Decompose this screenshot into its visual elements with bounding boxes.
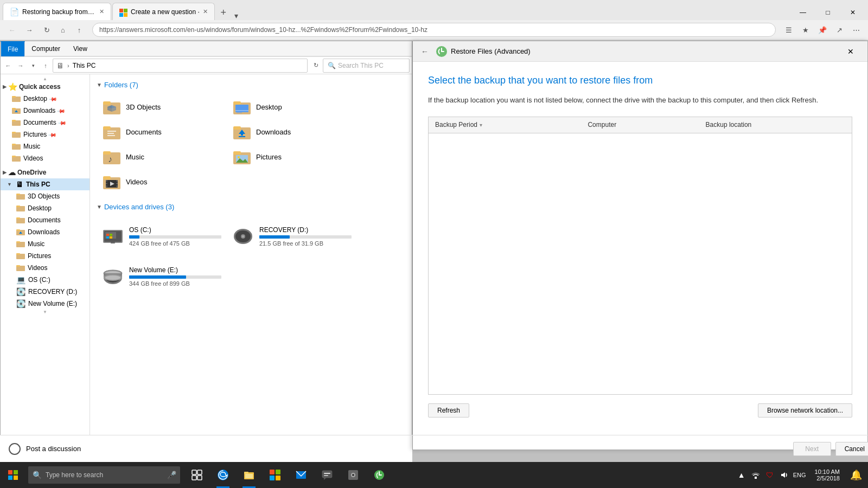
taskbar-fileexplorer[interactable] [237,462,261,488]
address-bar[interactable]: https://answers.microsoft.com/en-us/wind… [92,23,776,37]
sidebar-item-thispc[interactable]: ▼ 🖥 This PC [1,178,90,190]
taskbar-store[interactable] [263,462,288,488]
forward-button[interactable]: → [22,22,37,37]
drive-osc[interactable]: OS (C:) 424 GB free of 475 GB [97,216,227,256]
sidebar-item-videos[interactable]: Videos [1,152,90,164]
taskbar-taskview[interactable] [184,462,209,488]
col-computer[interactable]: Computer [581,121,699,129]
sidebar-item-docs2[interactable]: Documents [1,214,90,226]
sidebar-item-music2[interactable]: Music [1,238,90,250]
refresh-btn[interactable]: ↻ [39,22,54,37]
tray-show-hidden[interactable]: ▲ [736,469,748,481]
col-location[interactable]: Backup location [699,121,852,129]
folder-documents[interactable]: Documents [97,119,227,144]
sidebar-label-videos2: Videos [28,264,47,272]
tab-dropdown[interactable]: ▾ [232,11,240,20]
sidebar-item-osc[interactable]: 💻 OS (C:) [1,274,90,286]
notification-btn[interactable]: 🔔 [847,462,865,488]
home-btn[interactable]: ⌂ [55,22,71,37]
drives-section-header[interactable]: ▼ Devices and drives (3) [97,203,405,211]
nav-back[interactable]: ← [3,59,14,73]
refresh-button[interactable]: Refresh [428,403,469,418]
browser-maximize[interactable]: □ [815,5,840,20]
sidebar-item-downloads[interactable]: Downloads 📌 [1,105,90,117]
start-button[interactable] [0,462,26,488]
sidebar-section-quickaccess[interactable]: ▶ ⭐ Quick access [1,81,90,93]
tab-2-title: Create a new question · [131,8,200,16]
tray-lang[interactable]: ENG [792,469,807,481]
new-tab-button[interactable]: + [216,5,231,20]
sidebar-item-3dobjects[interactable]: 3D Objects [1,190,90,202]
folder-desktop[interactable]: Desktop [227,94,357,119]
next-button[interactable]: Next [793,442,831,456]
sidebar-label-pictures: Pictures [23,131,47,138]
browser-minimize[interactable]: — [790,5,815,20]
folder-3dobjects[interactable]: 3D Objects [97,94,227,119]
dialog-body: Select the backup that you want to resto… [413,62,867,435]
sidebar-item-newe[interactable]: 💽 New Volume (E:) [1,298,90,310]
mic-icon[interactable]: 🎤 [163,466,180,484]
taskbar-mail[interactable] [289,462,314,488]
tab-1[interactable]: 📄 Restoring backup from one ✕ [3,3,111,20]
taskbar-messaging[interactable] [315,462,340,488]
taskbar-time[interactable]: 10:10 AM 2/5/2018 [810,468,844,481]
sidebar-item-pictures2[interactable]: Pictures [1,250,90,262]
sidebar-item-music[interactable]: Music [1,140,90,152]
nav-recent[interactable]: ▾ [28,59,39,73]
svg-point-54 [238,156,240,158]
ribbon-tab-file[interactable]: File [1,41,25,56]
pin-icon-3: 📌 [58,118,67,127]
nav-forward[interactable]: → [15,59,26,73]
reader-view[interactable]: ☰ [781,22,796,37]
favorites[interactable]: ★ [798,22,813,37]
col-period[interactable]: Backup Period ▾ [429,121,581,129]
tray-network[interactable] [750,469,762,481]
taskbar-backup[interactable] [367,462,392,488]
taskbar-edge[interactable] [210,462,235,488]
drive-space-osc: 424 GB free of 475 GB [129,240,221,247]
tray-volume[interactable] [778,469,790,481]
tab-2[interactable]: Create a new question · ✕ [112,3,215,20]
folder-music[interactable]: ♪ Music [97,144,227,169]
back-button[interactable]: ← [4,22,20,37]
sidebar-item-desktop[interactable]: Desktop 📌 [1,93,90,105]
back-btn2[interactable]: ↑ [72,22,87,37]
sidebar-item-desktop2[interactable]: Desktop [1,202,90,214]
sidebar-item-documents[interactable]: Documents 📌 [1,117,90,129]
tab-2-close[interactable]: ✕ [203,8,208,15]
post-discussion[interactable]: Post a discussion [0,435,412,462]
svg-rect-42 [107,135,115,136]
browser-close[interactable]: ✕ [840,5,865,20]
taskbar-settings[interactable] [341,462,366,488]
dialog-back-btn[interactable]: ← [417,44,432,59]
ribbon-tab-view[interactable]: View [67,41,94,56]
browse-network-button[interactable]: Browse network location... [758,403,852,418]
sidebar-item-pictures[interactable]: Pictures 📌 [1,129,90,140]
folder-videos[interactable]: Videos [97,169,227,194]
pin-tab[interactable]: 📌 [815,22,830,37]
refresh-location[interactable]: ↻ [310,59,321,73]
sidebar-item-videos2[interactable]: Videos [1,262,90,274]
settings-more[interactable]: ⋯ [848,22,864,37]
tab-bar: 📄 Restoring backup from one ✕ Create a n… [0,0,868,20]
dialog-close-btn[interactable]: ✕ [838,41,863,62]
folder-downloads[interactable]: Downloads [227,119,357,144]
folders-section-header[interactable]: ▼ Folders (7) [97,81,405,89]
address-breadcrumb[interactable]: 🖥 › This PC [53,59,308,73]
sidebar-item-downloads2[interactable]: Downloads [1,226,90,238]
tray-antivirus[interactable]: 🛡 [764,469,776,481]
sidebar-item-recoveryd[interactable]: 💽 RECOVERY (D:) [1,286,90,298]
folder-pictures[interactable]: Pictures [227,144,357,169]
nav-up[interactable]: ↑ [40,59,51,73]
taskbar-search[interactable]: 🔍 Type here to search 🎤 [28,466,180,484]
drive-recovery[interactable]: RECOVERY (D:) 21.5 GB free of 31.9 GB [227,216,357,256]
sidebar-section-onedrive[interactable]: ▶ ☁ OneDrive [1,166,90,178]
tab-1-close[interactable]: ✕ [99,8,104,15]
share[interactable]: ↗ [832,22,847,37]
ribbon-tab-computer[interactable]: Computer [25,41,67,56]
cancel-button[interactable]: Cancel [835,442,868,456]
svg-rect-29 [103,101,111,105]
search-box[interactable]: 🔍 Search This PC [323,59,410,73]
drive-newe[interactable]: New Volume (E:) 344 GB free of 899 GB [97,256,227,297]
drive-icon-osc [102,226,124,247]
